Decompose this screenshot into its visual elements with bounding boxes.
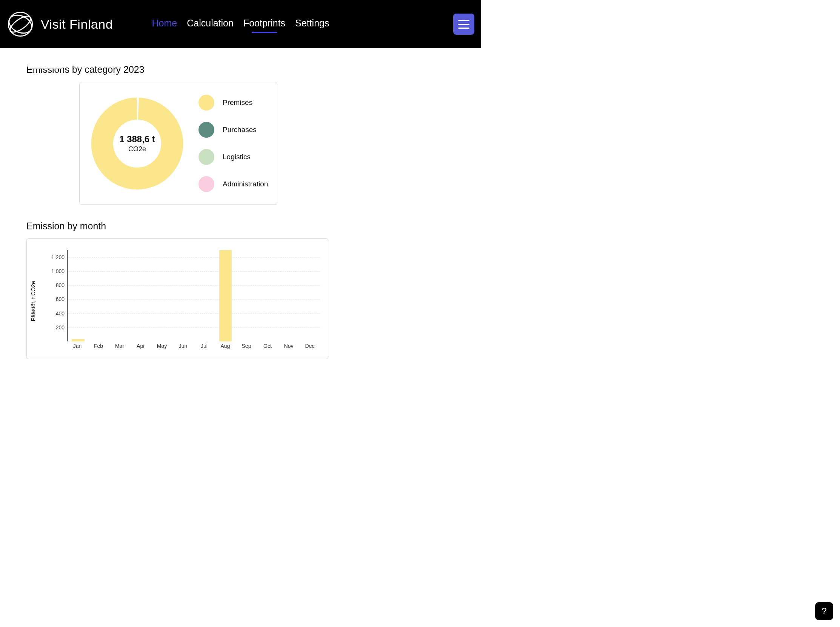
donut-legend: Premises Purchases Logistics Administrat… [199,95,268,192]
swatch-logistics-icon [199,149,214,165]
xtick-label: Feb [88,343,109,352]
xtick-label: Oct [257,343,278,352]
bar-slot [89,250,110,342]
xtick-label: Apr [130,343,151,352]
bar-slot [131,250,152,342]
nav-home[interactable]: Home [152,18,177,31]
legend-item-logistics[interactable]: Logistics [199,149,268,165]
bar-ylabel: Päästöt, t CO2e [30,281,36,321]
nav-settings[interactable]: Settings [295,18,329,31]
ytick-label: 600 [56,296,65,302]
bar-slot [68,250,89,342]
legend-item-premises[interactable]: Premises [199,95,268,110]
xtick-label: Jun [172,343,194,352]
emissions-by-category-card: 1 388,6 t CO2e Premises Purchases Logist… [79,82,277,205]
brand-logo-icon [7,11,34,38]
swatch-purchases-icon [199,122,214,138]
bar-slot [299,250,320,342]
xtick-label: Aug [215,343,236,352]
donut-center-value: 1 388,6 t [119,134,155,145]
donut-center: 1 388,6 t CO2e [87,94,187,194]
menu-button[interactable] [453,14,474,35]
donut-chart: 1 388,6 t CO2e [87,94,187,194]
bar-slot [236,250,257,342]
brand[interactable]: Visit Finland [7,11,113,38]
top-navbar: Visit Finland Home Calculation Footprint… [0,0,481,48]
svg-point-1 [7,12,34,36]
donut-center-unit: CO2e [128,145,146,153]
xtick-label: Mar [109,343,130,352]
bar-chart: Päästöt, t CO2e 2004006008001 0001 200 J… [34,250,320,352]
page-content: Emissions by category 2023 1 388,6 t CO2… [0,64,481,382]
legend-item-purchases[interactable]: Purchases [199,122,268,138]
main-nav: Home Calculation Footprints Settings [152,18,329,31]
bar[interactable] [72,339,84,342]
ytick-label: 1 000 [51,268,65,274]
legend-item-administration[interactable]: Administration [199,176,268,192]
bar-slot [215,250,236,342]
xtick-label: Jan [67,343,88,352]
bar-slot [257,250,278,342]
swatch-premises-icon [199,95,214,110]
nav-footprints[interactable]: Footprints [243,18,285,31]
bar-plot-area: 2004006008001 0001 200 [67,250,320,342]
nav-calculation[interactable]: Calculation [187,18,233,31]
bar-chart-title: Emission by month [27,221,455,232]
bars [68,250,320,342]
xtick-label: Nov [278,343,299,352]
brand-name: Visit Finland [41,17,113,32]
legend-label: Purchases [223,126,257,134]
bar-slot [110,250,131,342]
bar-slot [152,250,173,342]
bar-slot [173,250,194,342]
legend-label: Administration [223,180,268,188]
ytick-label: 400 [56,310,65,317]
xtick-label: May [151,343,172,352]
partial-card-above [27,64,63,69]
legend-label: Premises [223,98,252,107]
hamburger-icon [458,20,470,21]
ytick-label: 1 200 [51,254,65,260]
ytick-label: 200 [56,325,65,331]
bar-slot [194,250,215,342]
bar-xlabels: JanFebMarAprMayJunJulAugSepOctNovDec [67,343,320,352]
xtick-label: Dec [299,343,320,352]
xtick-label: Jul [194,343,215,352]
donut-chart-title: Emissions by category 2023 [27,64,455,75]
legend-label: Logistics [223,153,251,161]
bar[interactable] [219,250,232,342]
emission-by-month-card: Päästöt, t CO2e 2004006008001 0001 200 J… [27,238,328,359]
swatch-administration-icon [199,176,214,192]
ytick-label: 800 [56,282,65,288]
xtick-label: Sep [236,343,257,352]
bar-slot [278,250,299,342]
